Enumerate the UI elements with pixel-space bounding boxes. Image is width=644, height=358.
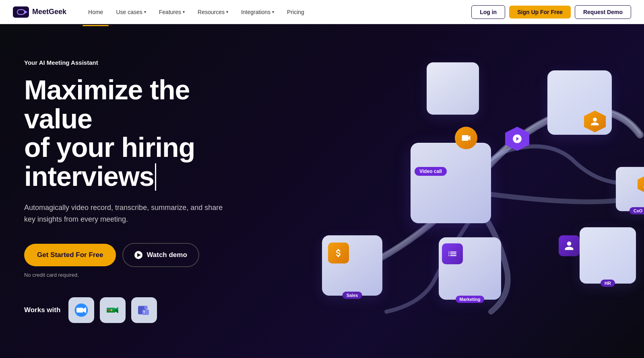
nav-home[interactable]: Home: [83, 6, 109, 19]
camera-icon: [455, 127, 477, 149]
signup-button[interactable]: Sign Up For Free: [509, 6, 571, 19]
sales-label: Sales: [343, 292, 362, 299]
play-icon: [134, 251, 142, 259]
chevron-down-icon: ▾: [144, 10, 146, 14]
request-demo-button[interactable]: Request Demo: [575, 5, 631, 19]
nav-use-cases[interactable]: Use cases ▾: [110, 6, 151, 19]
works-with-icons: T: [68, 297, 157, 323]
svg-rect-5: [113, 309, 114, 311]
nav-pricing[interactable]: Pricing: [281, 6, 310, 19]
nav-links: Home Use cases ▾ Features ▾ Resources ▾ …: [83, 6, 471, 19]
illustration-scene: Video call Sales: [298, 38, 644, 344]
chevron-down-icon: ▾: [183, 10, 185, 14]
logo-icon: [13, 6, 29, 18]
text-cursor: [155, 163, 156, 191]
purple-hex-icon: [505, 127, 529, 151]
hero-actions: Get Started For Free Watch demo: [24, 243, 237, 267]
google-meet-icon: [105, 303, 120, 317]
teams-icon: T: [137, 303, 151, 317]
central-cube: Video call: [411, 143, 491, 223]
nav-integrations[interactable]: Integrations ▾: [235, 6, 280, 19]
nav-features[interactable]: Features ▾: [153, 6, 190, 19]
top-center-cube: [427, 62, 479, 115]
nav-actions: Log in Sign Up For Free Request Demo: [471, 5, 631, 19]
zoom-icon: [74, 303, 89, 317]
hero-headline: Maximize the value of your hiring interv…: [24, 76, 237, 191]
hr-label: HR: [601, 280, 615, 287]
chevron-down-icon: ▾: [226, 10, 228, 14]
watch-demo-button[interactable]: Watch demo: [122, 243, 199, 267]
svg-text:T: T: [143, 311, 145, 314]
no-credit-card-note: No credit card required.: [24, 272, 237, 278]
chevron-down-icon: ▾: [272, 10, 274, 14]
login-button[interactable]: Log in: [471, 5, 505, 19]
hero-section: Your AI Meeting Assistant Maximize the v…: [0, 24, 644, 358]
teams-icon-box: T: [131, 297, 157, 323]
nav-resources[interactable]: Resources ▾: [192, 6, 234, 19]
logo[interactable]: MeetGeek: [13, 6, 66, 18]
svg-rect-1: [76, 308, 83, 313]
chart-icon: [442, 243, 463, 264]
hr-cube: HR: [580, 227, 636, 284]
hero-subtext: Automagically video record, transcribe, …: [24, 202, 233, 225]
zoom-icon-box: [68, 297, 94, 323]
google-meet-icon-box: [100, 297, 126, 323]
hero-tag: Your AI Meeting Assistant: [24, 59, 237, 66]
video-call-badge: Video call: [415, 167, 447, 176]
svg-rect-3: [109, 309, 111, 311]
cxo-label: CxO: [630, 207, 644, 214]
hero-content: Your AI Meeting Assistant Maximize the v…: [0, 59, 262, 323]
works-with-row: Works with: [24, 297, 237, 323]
get-started-button[interactable]: Get Started For Free: [24, 244, 116, 266]
dollar-icon: [328, 243, 349, 263]
navbar: MeetGeek Home Use cases ▾ Features ▾ Res…: [0, 0, 644, 24]
logo-text: MeetGeek: [32, 8, 66, 16]
person-icon: [559, 235, 580, 256]
works-with-label: Works with: [24, 306, 60, 314]
svg-point-7: [144, 305, 148, 309]
svg-rect-4: [111, 309, 112, 311]
marketing-label: Marketing: [456, 296, 485, 303]
hero-illustration: Video call Sales: [298, 38, 644, 344]
